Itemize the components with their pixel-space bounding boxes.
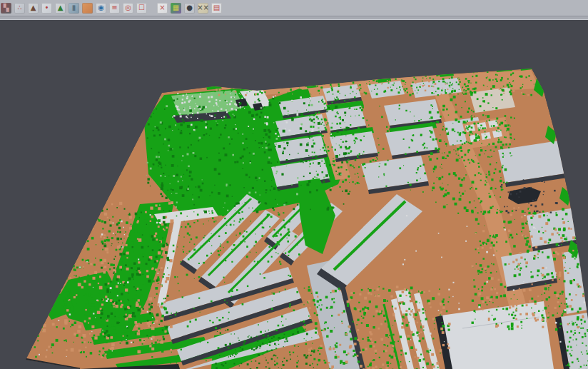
terrain-green-icon[interactable]: ▲ <box>55 3 66 14</box>
point-cloud-scene <box>0 0 588 369</box>
clipped-points-icon[interactable]: ▚ <box>1 3 11 14</box>
main-toolbar: ▚∴▲•▲▮◉≡◎☐×▦●××▤ <box>0 0 588 16</box>
toolbar-separator <box>150 3 154 14</box>
terrain-brown-icon[interactable]: ▲ <box>28 3 39 14</box>
points-light-icon[interactable]: • <box>41 3 52 14</box>
ortho-orange-icon[interactable] <box>82 3 93 14</box>
red-layers-icon[interactable]: ≡ <box>109 3 120 14</box>
mesh-dark-icon[interactable]: ● <box>184 3 195 14</box>
cross-marks-icon[interactable]: ×× <box>198 3 208 14</box>
classify-points-icon[interactable]: ∴ <box>14 3 25 14</box>
globe-icon[interactable]: ◉ <box>96 3 106 14</box>
red-ring-icon[interactable]: ◎ <box>123 3 133 14</box>
column-icon[interactable]: ▮ <box>69 3 79 14</box>
red-cross-tile-icon[interactable]: × <box>157 3 168 14</box>
point-cloud-viewport[interactable] <box>0 0 588 369</box>
classified-cloud-icon[interactable]: ▦ <box>171 3 181 14</box>
red-stripe-tile-icon[interactable]: ▤ <box>211 3 222 14</box>
red-selection-icon[interactable]: ☐ <box>136 3 147 14</box>
app-window: ▚∴▲•▲▮◉≡◎☐×▦●××▤ <box>0 0 588 369</box>
toolbar-lower-strip <box>0 16 588 20</box>
